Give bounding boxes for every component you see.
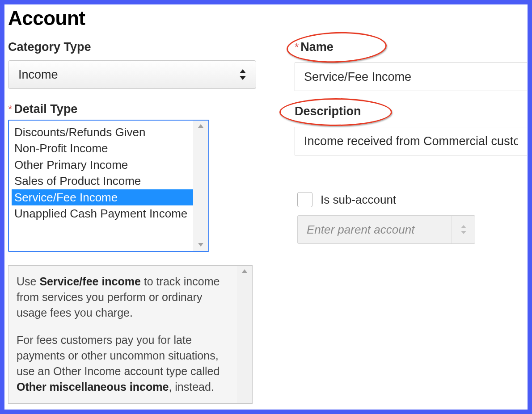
category-type-label: Category Type bbox=[8, 40, 91, 54]
listbox-scrollbar[interactable] bbox=[193, 121, 208, 251]
svg-marker-6 bbox=[461, 231, 466, 234]
detail-type-label: Detail Type bbox=[14, 102, 77, 116]
scroll-down-icon bbox=[193, 241, 208, 249]
name-label: Name bbox=[300, 40, 334, 54]
detail-type-option[interactable]: Unapplied Cash Payment Income bbox=[12, 205, 193, 222]
parent-account-placeholder: Enter parent account bbox=[307, 223, 414, 237]
page-title: Account bbox=[6, 4, 526, 40]
scroll-up-icon bbox=[237, 268, 252, 276]
account-dialog: Account Category Type Income *D bbox=[0, 0, 532, 414]
category-type-value: Income bbox=[18, 68, 58, 82]
select-arrows-icon bbox=[452, 216, 475, 243]
required-star: * bbox=[8, 103, 12, 115]
parent-account-select[interactable]: Enter parent account bbox=[297, 215, 475, 244]
detail-type-description: Use Service/fee income to track income f… bbox=[8, 265, 253, 404]
description-input[interactable] bbox=[295, 127, 527, 155]
category-type-select[interactable]: Income bbox=[8, 60, 256, 89]
svg-marker-1 bbox=[240, 76, 246, 80]
description-label: Description bbox=[295, 105, 361, 118]
svg-marker-5 bbox=[461, 225, 466, 228]
required-star: * bbox=[295, 41, 299, 53]
is-sub-account-label: Is sub-account bbox=[321, 193, 396, 207]
svg-marker-3 bbox=[198, 243, 203, 247]
svg-marker-2 bbox=[198, 124, 203, 128]
right-column: *Name Description Is sub-account Ent bbox=[295, 40, 527, 404]
name-input[interactable] bbox=[295, 63, 527, 91]
scroll-up-icon bbox=[193, 122, 208, 130]
detail-type-option[interactable]: Non-Profit Income bbox=[12, 140, 193, 156]
detail-type-option[interactable]: Other Primary Income bbox=[12, 157, 193, 173]
help-p2-bold: Other miscellaneous income bbox=[17, 381, 169, 393]
detail-type-option[interactable]: Sales of Product Income bbox=[12, 173, 193, 189]
detail-type-option[interactable]: Discounts/Refunds Given bbox=[12, 124, 193, 140]
select-arrows-icon bbox=[239, 69, 247, 80]
description-scrollbar[interactable] bbox=[237, 266, 252, 403]
help-p1-prefix: Use bbox=[17, 275, 39, 288]
is-sub-account-checkbox[interactable] bbox=[297, 192, 312, 207]
left-column: Category Type Income *Detail Type bbox=[6, 40, 254, 404]
help-p2-suffix: , instead. bbox=[169, 381, 214, 393]
detail-type-listbox[interactable]: Discounts/Refunds GivenNon-Profit Income… bbox=[8, 120, 209, 252]
svg-marker-0 bbox=[240, 69, 246, 73]
help-p1-bold: Service/fee income bbox=[39, 275, 141, 288]
help-p2-prefix: For fees customers pay you for late paym… bbox=[17, 334, 220, 377]
detail-type-option[interactable]: Service/Fee Income bbox=[12, 189, 193, 205]
svg-marker-4 bbox=[242, 269, 247, 273]
